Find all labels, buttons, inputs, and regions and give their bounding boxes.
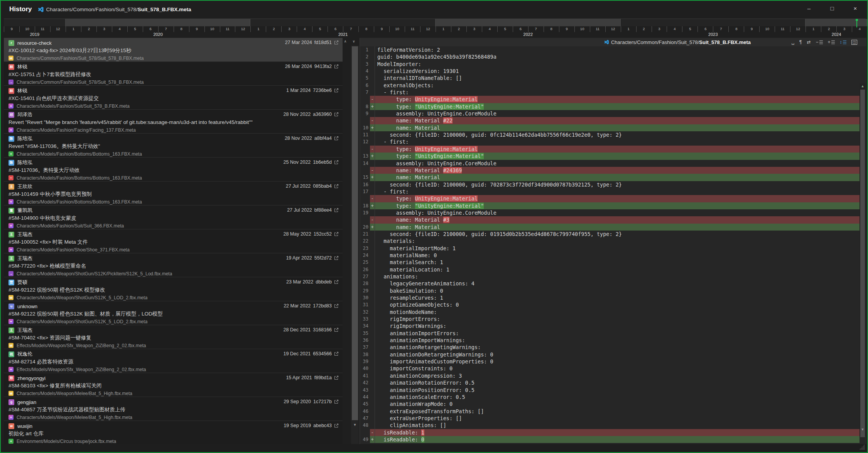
line-number: 39: [360, 358, 370, 365]
timeline-month-label: 2: [821, 26, 836, 32]
commit-entry[interactable]: 陈 陈培泓 28 Nov 2022 a8bf4a4 Revert "#SM-11…: [4, 134, 343, 158]
diff-scrollbar[interactable]: ▲ ▼: [860, 83, 866, 436]
full-context-icon[interactable]: ↕: [840, 39, 846, 45]
external-link-icon[interactable]: [334, 327, 339, 332]
ignore-whitespace-icon[interactable]: ⇄: [807, 39, 811, 45]
commit-entry[interactable]: 董 董凯凯 27 Jul 2022 bf88ee4 #SM-104900 中秋电…: [4, 205, 343, 229]
diff-scroll-up-icon[interactable]: ▲: [860, 83, 866, 89]
minimize-button[interactable]: –: [803, 5, 815, 12]
timeline-month-label: 10: [204, 26, 220, 32]
close-button[interactable]: ×: [849, 5, 861, 12]
commit-entry[interactable]: 王 王瑞杰 19 Apr 2022 55f2d72 #SM-77220 <fix…: [4, 253, 343, 277]
external-link-icon[interactable]: [334, 136, 339, 141]
timeline-year-band[interactable]: [621, 19, 806, 26]
diff-marker: [370, 75, 375, 81]
commit-entry[interactable]: 陈 陈培泓 25 Nov 2022 1b6eb5d #SM-117036。奥特曼…: [4, 158, 343, 182]
scroll-up-icon[interactable]: ∧: [342, 39, 349, 44]
line-number: 46: [360, 408, 370, 415]
commit-entry[interactable]: 邱 邱泽浩 28 Nov 2022 a363960 Revert "Revert…: [4, 110, 343, 134]
commit-entry[interactable]: g gengjian 29 Sep 2020 1c7217b #SM-40857…: [4, 397, 343, 421]
diff-marker: [370, 209, 375, 216]
commit-entry[interactable]: 林 林锐 26 Mar 2024 9413fa2 #XC-15751 占卜7套装…: [4, 62, 343, 86]
timeline-month-label: 6: [513, 26, 528, 32]
diff-marker: [370, 400, 375, 407]
commit-entry[interactable]: 王 王欣欣 27 Jul 2022 085bab4 #SM-101459 中秋小…: [4, 182, 343, 205]
history-timeline[interactable]: 9101112123456789101112123456789101112123…: [4, 18, 866, 38]
external-link-icon[interactable]: [334, 280, 339, 284]
author-avatar: 贾: [8, 280, 14, 285]
timeline-year-band[interactable]: [250, 19, 436, 26]
external-link-icon[interactable]: [334, 40, 339, 45]
diff-marker: [370, 46, 375, 53]
commit-entry[interactable]: 王 王瑞杰 28 Dec 2021 3168166 #SM-70402 <fix…: [4, 325, 343, 349]
external-link-icon[interactable]: [334, 399, 339, 404]
timeline-band[interactable]: [4, 19, 866, 26]
line-number: 13: [360, 153, 370, 159]
commit-entry[interactable]: 贾 贾硕 23 Mar 2022 dbbdeb #SM-92122 缤纷50期 …: [4, 277, 343, 301]
author-avatar: w: [8, 423, 14, 429]
commit-entry[interactable]: w wuxijin 19 Sep 2019 abebc43 初始化 art 仓库…: [4, 421, 343, 444]
diff-marker: [370, 387, 375, 394]
diff-marker: -: [370, 429, 375, 436]
commit-list-scrollbar[interactable]: ▼: [351, 46, 359, 444]
commit-entry[interactable]: 郑 zhengyongyi 15 Apr 2021 f89bd1a #SM-58…: [4, 373, 343, 397]
commit-entry[interactable]: u unknown 22 Mar 2022 172bd83 #SM-92122 …: [4, 301, 343, 325]
timeline-year-band[interactable]: [4, 19, 66, 26]
commit-entry[interactable]: 王 王瑞杰 28 May 2022 152cc52 #SM-100052 <fi…: [4, 229, 343, 253]
diff-row: 43 animationPositionError: 0.5: [360, 387, 860, 394]
collapse-context-icon[interactable]: −: [816, 39, 823, 45]
line-number: 29: [360, 287, 370, 294]
expand-context-icon[interactable]: +: [828, 39, 835, 45]
diff-marker: -: [370, 216, 375, 223]
diff-scroll-down-icon[interactable]: ▼: [860, 427, 866, 432]
code-line: animationCompression: 3: [375, 372, 860, 379]
scroll-down-icon[interactable]: ∨: [350, 39, 357, 44]
commit-author: 邱泽浩: [17, 111, 32, 118]
timeline-year-label: 2024: [806, 32, 867, 37]
code-line: rigImportWarnings:: [375, 322, 860, 329]
timeline-month-label: 7: [713, 26, 728, 32]
titlebar: History Characters/Common/Fashion/Suit_5…: [2, 2, 866, 17]
code-line: assembly: UnityEngine.CoreModule: [375, 209, 860, 216]
commit-entry[interactable]: 祝 祝逸伦 19 Dec 2021 6534566 #SM-82714 必胜客特…: [4, 349, 343, 373]
external-link-icon[interactable]: [334, 351, 339, 356]
external-link-icon[interactable]: [334, 304, 339, 308]
commit-entry[interactable]: r resource-check 27 Mar 2024 fd18d51 #XC…: [4, 38, 343, 62]
commit-author: 王欣欣: [17, 183, 32, 190]
external-link-icon[interactable]: [334, 112, 339, 117]
author-avatar: 董: [8, 208, 14, 214]
show-paragraph-icon[interactable]: ¶: [799, 39, 802, 45]
line-number: 10: [360, 124, 370, 131]
diff-row: 35 animationImportErrors:: [360, 330, 860, 337]
maximize-button[interactable]: □: [826, 5, 838, 12]
commit-author: 林锐: [17, 63, 27, 70]
external-link-icon[interactable]: [334, 232, 339, 236]
external-link-icon[interactable]: [334, 64, 339, 69]
commit-date: 1 Mar 2024: [286, 88, 311, 93]
code-line: - first:: [375, 89, 860, 96]
diff-scrollbar-thumb[interactable]: [860, 90, 865, 437]
external-link-icon[interactable]: [334, 423, 339, 428]
external-link-icon[interactable]: [334, 375, 339, 380]
timeline-year-band[interactable]: [436, 19, 621, 26]
external-link-icon[interactable]: [334, 88, 339, 93]
commit-file-path: Characters/Models/Weapon/Melee/Bat_5_Hig…: [17, 415, 132, 420]
timeline-year-band[interactable]: [66, 19, 251, 26]
modified-file-icon: M: [8, 295, 14, 300]
resize-grip[interactable]: [859, 444, 865, 450]
show-whitespace-icon[interactable]: ␣: [791, 39, 794, 45]
timeline-month-label: 9: [189, 26, 204, 32]
commit-file-path: Characters/Models/Fashion/Suit/Suit_366.…: [17, 223, 124, 229]
split-view-icon[interactable]: ◫: [851, 40, 857, 45]
external-link-icon[interactable]: [334, 256, 339, 260]
commit-message: #SM-101459 中秋小季票电竞男预制: [8, 190, 339, 198]
external-link-icon[interactable]: [334, 208, 339, 212]
line-number: 45: [360, 400, 370, 407]
scrollbar-thumb[interactable]: [352, 46, 358, 420]
external-link-icon[interactable]: [334, 184, 339, 188]
diff-marker: +: [370, 436, 375, 443]
external-link-icon[interactable]: [334, 160, 339, 165]
timeline-months: 9101112123456789101112123456789101112123…: [4, 26, 866, 32]
scrollbar-down-arrow[interactable]: ▼: [351, 422, 359, 428]
commit-entry[interactable]: 林 林锐 1 Mar 2024 7236be6 #XC-15401 白色机甲连衣…: [4, 86, 343, 110]
